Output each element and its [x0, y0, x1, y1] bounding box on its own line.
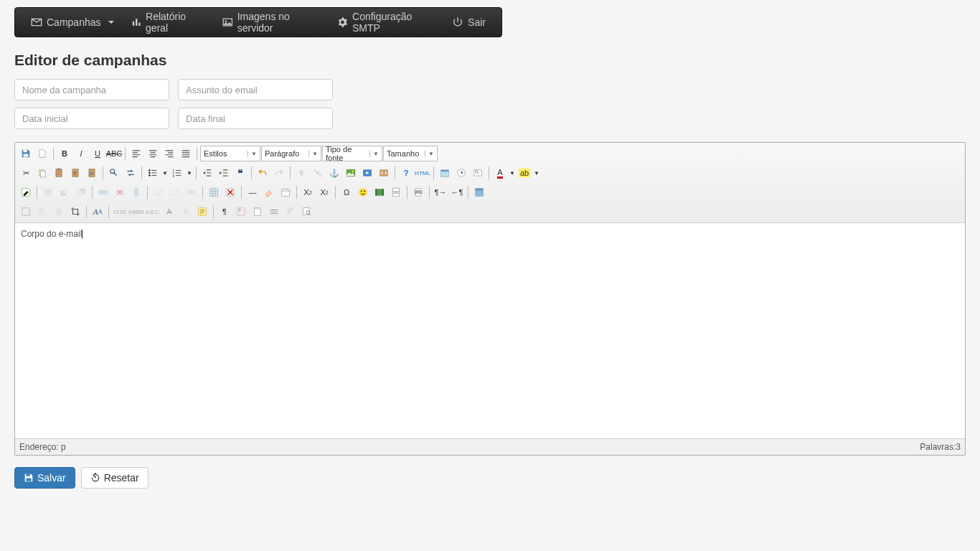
align-left-icon[interactable]	[128, 146, 144, 161]
editor-body[interactable]: Corpo do e-mail	[15, 223, 965, 438]
merge-cells-icon[interactable]	[167, 184, 183, 200]
numlist-dropdown-icon[interactable]: ▼	[186, 165, 193, 181]
print-icon[interactable]	[410, 184, 426, 200]
bg-color-dropdown-icon[interactable]: ▼	[533, 165, 540, 181]
cell-props-icon[interactable]	[184, 184, 199, 200]
copy-icon[interactable]	[34, 165, 50, 181]
find-icon[interactable]	[106, 165, 122, 181]
list-dropdown-icon[interactable]: ▼	[161, 165, 169, 181]
paste-word-icon[interactable]: W	[84, 165, 100, 181]
zoom-icon[interactable]	[299, 204, 315, 220]
unlink-icon[interactable]	[310, 165, 326, 181]
styles-select[interactable]: Estilos▼	[200, 146, 260, 161]
italic-icon[interactable]: I	[73, 146, 89, 161]
end-date-input[interactable]	[178, 108, 333, 129]
nav-config[interactable]: Configuração SMTP	[329, 7, 443, 37]
layer-absolute-icon[interactable]	[40, 184, 56, 200]
split-cells-icon[interactable]	[151, 184, 166, 200]
paste-text-icon[interactable]: T	[67, 165, 83, 181]
insert-video-icon[interactable]	[372, 184, 387, 200]
indent-icon[interactable]	[216, 165, 232, 181]
copy-layer-icon[interactable]	[34, 204, 50, 220]
attributes-icon[interactable]	[194, 204, 210, 220]
bold-icon[interactable]: B	[57, 146, 72, 161]
media-icon[interactable]	[359, 165, 375, 181]
insert-date-icon[interactable]	[437, 165, 453, 181]
campaign-name-input[interactable]	[14, 79, 169, 100]
save-button[interactable]: Salvar	[14, 467, 75, 489]
undo-icon[interactable]	[255, 165, 270, 181]
delete-table-icon[interactable]	[222, 184, 238, 200]
paste-icon[interactable]	[51, 165, 67, 181]
underline-icon[interactable]: U	[90, 146, 105, 161]
layer-forward-icon[interactable]	[57, 184, 72, 200]
layer-backward-icon[interactable]	[73, 184, 89, 200]
preview-icon[interactable]	[470, 165, 486, 181]
outdent-icon[interactable]	[199, 165, 215, 181]
page-break-icon[interactable]	[388, 184, 404, 200]
nav-campanhas[interactable]: Campanhas	[22, 7, 123, 37]
table-delete-row-icon[interactable]	[112, 184, 128, 200]
paste-layer-icon[interactable]	[51, 204, 67, 220]
omega-icon[interactable]: Ω	[339, 184, 354, 200]
help-icon[interactable]: ?	[398, 165, 414, 181]
new-doc-icon[interactable]	[34, 146, 50, 161]
cut-icon[interactable]: ✂	[18, 165, 34, 181]
edit-template-icon[interactable]	[18, 184, 34, 200]
superscript-icon[interactable]: X2	[316, 184, 332, 200]
blockquote-icon[interactable]: ❝	[232, 165, 248, 181]
reset-button[interactable]: Resetar	[81, 467, 149, 489]
font-family-select[interactable]: Tipo de fonte▼	[322, 146, 382, 161]
text-color-icon[interactable]: A	[492, 165, 508, 181]
remove-format-icon[interactable]	[261, 184, 277, 200]
replace-icon[interactable]	[123, 165, 138, 181]
table-insert-row-icon[interactable]	[95, 184, 111, 200]
code-icon[interactable]	[376, 165, 392, 181]
bulleted-list-icon[interactable]	[145, 165, 161, 181]
abbr-icon[interactable]: ABBR	[128, 204, 144, 220]
select-area-icon[interactable]	[18, 204, 34, 220]
acronym-icon[interactable]: A.B.C.	[145, 204, 161, 220]
strikethrough-icon[interactable]: ABC	[106, 146, 122, 161]
redo-icon[interactable]	[271, 165, 287, 181]
calendar-icon[interactable]	[278, 184, 293, 200]
bg-color-icon[interactable]: ab	[517, 165, 532, 181]
cite-icon[interactable]: CITE	[112, 204, 128, 220]
align-center-icon[interactable]	[145, 146, 161, 161]
numbered-list-icon[interactable]: 123	[169, 165, 185, 181]
show-blocks-icon[interactable]: P	[233, 204, 249, 220]
break-icon[interactable]	[266, 204, 282, 220]
nav-sair[interactable]: Sair	[443, 7, 494, 37]
anchor-icon[interactable]: ⚓	[326, 165, 342, 181]
ins-icon[interactable]: A	[178, 204, 194, 220]
text-color-dropdown-icon[interactable]: ▼	[509, 165, 516, 181]
html-source-icon[interactable]: HTML	[415, 165, 430, 181]
email-subject-input[interactable]	[178, 79, 333, 100]
template-icon[interactable]	[250, 204, 265, 220]
align-justify-icon[interactable]	[178, 146, 194, 161]
paragraph-select[interactable]: Parágrafo▼	[261, 146, 321, 161]
refresh-icon[interactable]	[283, 204, 298, 220]
image-insert-icon[interactable]	[343, 165, 359, 181]
del-icon[interactable]: A	[161, 204, 177, 220]
element-path[interactable]: Endereço: p	[19, 442, 66, 452]
font-style-icon[interactable]: AA	[90, 204, 105, 220]
emoticon-icon[interactable]	[355, 184, 371, 200]
start-date-input[interactable]	[14, 108, 169, 129]
insert-table-icon[interactable]	[206, 184, 222, 200]
save-doc-icon[interactable]	[18, 146, 34, 161]
insert-time-icon[interactable]	[453, 165, 469, 181]
crop-icon[interactable]	[67, 204, 83, 220]
link-icon[interactable]	[293, 165, 309, 181]
fullscreen-icon[interactable]	[471, 184, 487, 200]
align-right-icon[interactable]	[161, 146, 177, 161]
table-insert-col-icon[interactable]	[128, 184, 144, 200]
ltr-icon[interactable]: ¶→	[433, 184, 448, 200]
nav-imagens[interactable]: Imagens no servidor	[214, 7, 329, 37]
show-invisible-icon[interactable]: ¶	[217, 204, 232, 220]
font-size-select[interactable]: Tamanho▼	[383, 146, 438, 161]
nav-relatorio[interactable]: Relatório geral	[123, 7, 215, 37]
hr-icon[interactable]: —	[245, 184, 260, 200]
subscript-icon[interactable]: X2	[300, 184, 316, 200]
rtl-icon[interactable]: ←¶	[449, 184, 465, 200]
